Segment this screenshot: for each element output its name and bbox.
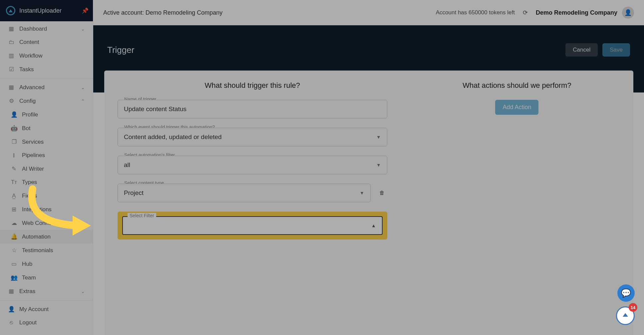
bell-icon: 🔔 xyxy=(11,233,17,240)
page-header: Trigger Cancel Save xyxy=(93,40,644,60)
sidebar-item-testimonials[interactable]: ☆Testimonials xyxy=(0,244,93,257)
chevron-down-icon: ⌄ xyxy=(81,26,85,32)
sidebar-item-types[interactable]: TтTypes xyxy=(0,176,93,189)
sidebar-item-my-account[interactable]: 👤My Account xyxy=(0,302,93,316)
sidebar-item-label: Fields xyxy=(22,193,37,199)
sidebar-item-label: Extras xyxy=(19,288,35,295)
divider xyxy=(0,78,93,79)
type-icon: Tт xyxy=(11,179,17,186)
exit-icon: ⎋ xyxy=(8,319,15,326)
team-icon: 👥 xyxy=(11,274,17,281)
grid-icon: ▦ xyxy=(8,288,15,295)
chevron-down-icon: ▼ xyxy=(376,134,381,140)
main-card: What should trigger this rule? Name of t… xyxy=(104,71,633,335)
tokens-remaining: Account has 650000 tokens left xyxy=(436,9,515,16)
chat-fab[interactable]: 💬 xyxy=(617,284,635,302)
sidebar-item-label: Profile xyxy=(22,111,38,118)
trigger-column: What should trigger this rule? Name of t… xyxy=(104,71,401,335)
sidebar-item-label: Team xyxy=(22,274,36,281)
sidebar-item-label: Integrations xyxy=(22,206,52,213)
notification-badge: 14 xyxy=(629,303,637,312)
actions-column: What actions should we perform? Add Acti… xyxy=(401,71,633,335)
trigger-event-select[interactable]: Content added, updated or deleted ▼ xyxy=(118,128,387,146)
grid4-icon: ▥ xyxy=(8,52,15,59)
sidebar-item-label: Automation xyxy=(22,234,51,240)
sidebar-item-pipelines[interactable]: ⫿Pipelines xyxy=(0,149,93,162)
plus-box-icon: ⊞ xyxy=(11,206,17,213)
topbar: Active account: Demo Remodeling Company … xyxy=(93,0,644,25)
sidebar-item-label: Hub xyxy=(22,261,32,267)
company-name[interactable]: Demo Remodeling Company xyxy=(536,9,617,16)
grid-icon: ▦ xyxy=(8,25,15,32)
sidebar-item-label: Types xyxy=(22,179,37,186)
sidebar-item-team[interactable]: 👥Team xyxy=(0,271,93,284)
sidebar-item-label: AI Writer xyxy=(22,166,44,172)
check-square-icon: ☑ xyxy=(8,66,15,73)
sidebar-nav: ▦ Dashboard ⌄ 🗀 Content ▥ Workflow ☑ Tas… xyxy=(0,21,93,335)
sidebar-item-label: Bot xyxy=(22,125,31,132)
brand-logo-icon xyxy=(6,6,15,15)
page-title: Trigger xyxy=(107,45,134,55)
sidebar-item-label: Services xyxy=(22,139,44,145)
sidebar-item-label: Advanced xyxy=(19,84,45,91)
sidebar-item-label: Logout xyxy=(19,319,37,326)
chevron-down-icon: ⌄ xyxy=(81,289,85,294)
sidebar: InstantUploader 📌 ▦ Dashboard ⌄ 🗀 Conten… xyxy=(0,0,93,335)
trigger-name-field: Name of trigger Update content Status xyxy=(118,100,387,118)
sidebar-item-integrations[interactable]: ⊞Integrations xyxy=(0,203,93,216)
sidebar-item-profile[interactable]: 👤Profile xyxy=(0,108,93,121)
sidebar-item-label: Tasks xyxy=(19,66,34,73)
avatar[interactable]: 👤 xyxy=(622,7,634,19)
sidebar-item-hub[interactable]: ▭Hub xyxy=(0,257,93,271)
sidebar-item-content[interactable]: 🗀 Content xyxy=(0,36,93,49)
sidebar-item-workflow[interactable]: ▥ Workflow xyxy=(0,49,93,63)
chevron-up-icon: ▲ xyxy=(371,223,376,228)
folder-icon: 🗀 xyxy=(8,39,15,46)
refresh-icon[interactable]: ⟳ xyxy=(523,9,528,16)
sidebar-item-logout[interactable]: ⎋Logout xyxy=(0,316,93,329)
sidebar-item-dashboard[interactable]: ▦ Dashboard ⌄ xyxy=(0,22,93,36)
cancel-button[interactable]: Cancel xyxy=(565,43,598,57)
pipe-icon: ⫿ xyxy=(11,152,17,159)
sidebar-item-label: Content xyxy=(19,39,39,46)
sidebar-item-label: Dashboard xyxy=(19,26,47,32)
sidebar-item-advanced[interactable]: ▦ Advanced ⌄ xyxy=(0,81,93,94)
sidebar-item-label: Pipelines xyxy=(22,152,45,159)
divider xyxy=(0,300,93,300)
sidebar-item-extras[interactable]: ▦ Extras ⌄ xyxy=(0,284,93,298)
content-type-row: Select content type Project ▼ 🗑 xyxy=(118,184,387,202)
select-filter-select[interactable]: ▲ xyxy=(122,216,383,235)
add-action-button[interactable]: Add Action xyxy=(495,100,538,115)
sidebar-item-bot[interactable]: 🤖Bot xyxy=(0,121,93,135)
delete-content-type-button[interactable]: 🗑 xyxy=(377,190,387,196)
sidebar-item-tasks[interactable]: ☑ Tasks xyxy=(0,63,93,76)
star-icon: ☆ xyxy=(11,247,17,254)
hub-icon: ▭ xyxy=(11,260,17,267)
cloud-icon: ☁ xyxy=(11,220,17,227)
chevron-up-icon: ⌃ xyxy=(81,98,85,104)
sidebar-item-ai-writer[interactable]: ✎AI Writer xyxy=(0,162,93,176)
trigger-heading: What should trigger this rule? xyxy=(118,81,387,90)
sidebar-item-services[interactable]: ❐Services xyxy=(0,135,93,149)
pin-icon[interactable]: 📌 xyxy=(82,7,87,14)
active-account-label: Active account: Demo Remodeling Company xyxy=(103,9,222,16)
sidebar-item-config[interactable]: ⚙ Config ⌃ xyxy=(0,94,93,108)
user-icon: 👤 xyxy=(11,111,17,118)
save-button[interactable]: Save xyxy=(602,43,630,57)
sidebar-item-label: Web Connect xyxy=(22,220,56,227)
actions-heading: What actions should we perform? xyxy=(414,81,620,90)
content-type-select[interactable]: Project ▼ xyxy=(118,184,371,202)
chevron-down-icon: ▼ xyxy=(376,162,381,168)
grid-icon: ▦ xyxy=(8,84,15,91)
sidebar-item-web-connect[interactable]: ☁Web Connect xyxy=(0,216,93,230)
trigger-name-input[interactable]: Update content Status xyxy=(118,100,387,118)
sidebar-item-automation[interactable]: 🔔Automation xyxy=(0,230,93,244)
chevron-up-icon xyxy=(623,315,628,317)
user-icon: 👤 xyxy=(8,306,15,313)
trigger-event-field: Which event should trigger this automati… xyxy=(118,128,387,146)
select-filter-highlight: Select Filter ▲ xyxy=(118,212,387,240)
automation-filter-select[interactable]: all ▼ xyxy=(118,156,387,174)
sidebar-item-fields[interactable]: A̲Fields xyxy=(0,189,93,203)
gear-icon: ⚙ xyxy=(8,97,15,104)
field-label: Select Filter xyxy=(128,213,156,218)
